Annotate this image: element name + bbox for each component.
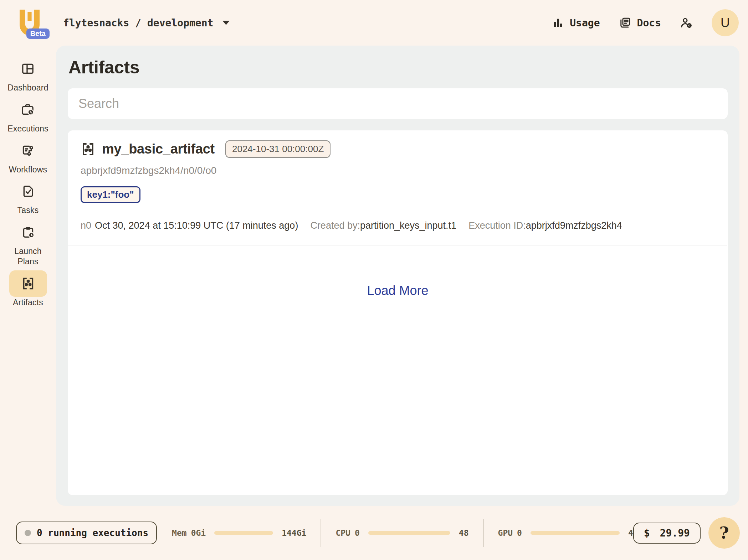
avatar[interactable]: U xyxy=(712,9,739,36)
search-input[interactable] xyxy=(68,88,728,119)
mem-current: 0Gi xyxy=(191,528,206,538)
cost-button[interactable]: $ 29.99 xyxy=(633,523,701,544)
sidebar-pill xyxy=(9,97,47,123)
manage-users-button[interactable] xyxy=(680,16,693,30)
mem-usage-group: Mem 0Gi 144Gi xyxy=(172,528,306,538)
statusbar-divider xyxy=(321,519,321,547)
cpu-label: CPU xyxy=(335,528,350,538)
artifact-execution-id-value: apbrjxfd9mzfzbgs2kh4 xyxy=(526,220,622,231)
artifact-uri: apbrjxfd9mzfzbgs2kh4/n0/0/o0 xyxy=(81,165,715,176)
launch-plans-icon xyxy=(21,225,35,239)
top-bar: Beta flytesnacks / development Usage Doc… xyxy=(0,0,748,46)
gpu-usage-group: GPU 0 4 xyxy=(498,528,633,538)
mem-label: Mem xyxy=(172,528,187,538)
avatar-initial: U xyxy=(721,15,730,30)
sidebar-item-label: Tasks xyxy=(17,205,39,216)
gpu-label: GPU xyxy=(498,528,513,538)
artifact-created-at-value: Oct 30, 2024 at 15:10:99 UTC (17 minutes… xyxy=(95,220,298,231)
load-more-area: Load More xyxy=(68,245,728,298)
tasks-icon xyxy=(21,184,35,198)
help-button[interactable]: ? xyxy=(708,517,740,549)
artifact-meta-row: n0 Oct 30, 2024 at 15:10:99 UTC (17 minu… xyxy=(81,220,715,231)
usage-button[interactable]: Usage xyxy=(552,17,600,29)
sidebar-item-label: Launch Plans xyxy=(7,246,50,267)
artifact-cube-icon xyxy=(81,142,96,157)
executions-icon xyxy=(21,103,35,117)
artifact-created-by: Created by: partition_keys_input.t1 xyxy=(310,220,456,231)
sidebar-item-launch-plans[interactable]: Launch Plans xyxy=(7,219,50,267)
artifact-node-id: n0 xyxy=(81,220,91,231)
load-more-button[interactable]: Load More xyxy=(367,283,428,298)
docs-button[interactable]: Docs xyxy=(619,16,661,29)
dashboard-icon xyxy=(21,62,35,76)
sidebar: Dashboard Executions Workflows xyxy=(0,46,56,506)
sidebar-item-artifacts[interactable]: Artifacts xyxy=(9,270,47,308)
cost-amount: 29.99 xyxy=(660,527,690,539)
workflows-icon xyxy=(21,144,35,158)
page-title: Artifacts xyxy=(68,57,728,78)
gpu-max: 4 xyxy=(628,528,633,538)
sidebar-pill xyxy=(9,56,47,82)
sidebar-pill xyxy=(9,178,47,204)
breadcrumb[interactable]: flytesnacks / development xyxy=(63,17,230,29)
main-panel: Artifacts my_basic_artifact 2024-10-31 0… xyxy=(56,46,739,506)
cpu-usage-group: CPU 0 48 xyxy=(335,528,468,538)
sidebar-item-workflows[interactable]: Workflows xyxy=(9,138,47,175)
docs-icon xyxy=(619,16,631,29)
union-logo[interactable]: Beta xyxy=(16,8,43,37)
gpu-usage-bar xyxy=(531,531,620,535)
cpu-usage-bar xyxy=(368,531,450,535)
sidebar-item-dashboard[interactable]: Dashboard xyxy=(7,56,48,93)
artifact-name: my_basic_artifact xyxy=(102,141,215,157)
sidebar-pill-selected xyxy=(9,270,47,297)
mem-max: 144Gi xyxy=(282,528,306,538)
topbar-actions: Usage Docs U xyxy=(552,9,739,36)
sidebar-pill xyxy=(9,219,47,245)
chevron-down-icon xyxy=(222,21,230,25)
artifact-timestamp-badge: 2024-10-31 00:00:00Z xyxy=(225,140,331,158)
artifact-created-at: n0 Oct 30, 2024 at 15:10:99 UTC (17 minu… xyxy=(81,220,298,231)
artifact-execution-id-label: Execution ID: xyxy=(468,220,526,231)
sidebar-item-label: Artifacts xyxy=(13,297,43,308)
cpu-max: 48 xyxy=(459,528,469,538)
user-settings-icon xyxy=(680,16,693,30)
running-executions-button[interactable]: 0 running executions xyxy=(16,522,157,544)
statusbar-divider xyxy=(483,519,484,547)
sidebar-item-label: Workflows xyxy=(9,165,47,175)
cpu-current: 0 xyxy=(355,528,360,538)
bar-chart-icon xyxy=(552,17,564,29)
sidebar-item-label: Executions xyxy=(7,124,48,134)
artifact-row[interactable]: my_basic_artifact 2024-10-31 00:00:00Z a… xyxy=(68,130,728,245)
sidebar-item-executions[interactable]: Executions xyxy=(7,97,48,134)
breadcrumb-label: flytesnacks / development xyxy=(63,17,213,29)
artifacts-list: my_basic_artifact 2024-10-31 00:00:00Z a… xyxy=(68,130,728,495)
sidebar-item-label: Dashboard xyxy=(7,83,48,93)
artifact-execution-id: Execution ID: apbrjxfd9mzfzbgs2kh4 xyxy=(468,220,622,231)
currency-symbol: $ xyxy=(644,527,650,539)
beta-badge: Beta xyxy=(26,28,50,39)
usage-label: Usage xyxy=(570,17,600,29)
sidebar-item-tasks[interactable]: Tasks xyxy=(9,178,47,216)
artifacts-icon xyxy=(21,276,35,291)
help-icon: ? xyxy=(719,523,729,543)
artifact-created-by-label: Created by: xyxy=(310,220,360,231)
artifact-created-by-value: partition_keys_input.t1 xyxy=(360,220,456,231)
artifact-key-chip: key1:"foo" xyxy=(81,186,140,203)
artifact-title-line: my_basic_artifact 2024-10-31 00:00:00Z xyxy=(81,140,715,158)
running-executions-label: 0 running executions xyxy=(37,528,148,538)
sidebar-pill xyxy=(9,138,47,164)
mem-usage-bar xyxy=(214,531,273,535)
docs-label: Docs xyxy=(637,17,661,29)
running-executions-dot xyxy=(25,530,31,536)
status-bar: 0 running executions Mem 0Gi 144Gi CPU 0… xyxy=(0,506,748,560)
gpu-current: 0 xyxy=(517,528,522,538)
